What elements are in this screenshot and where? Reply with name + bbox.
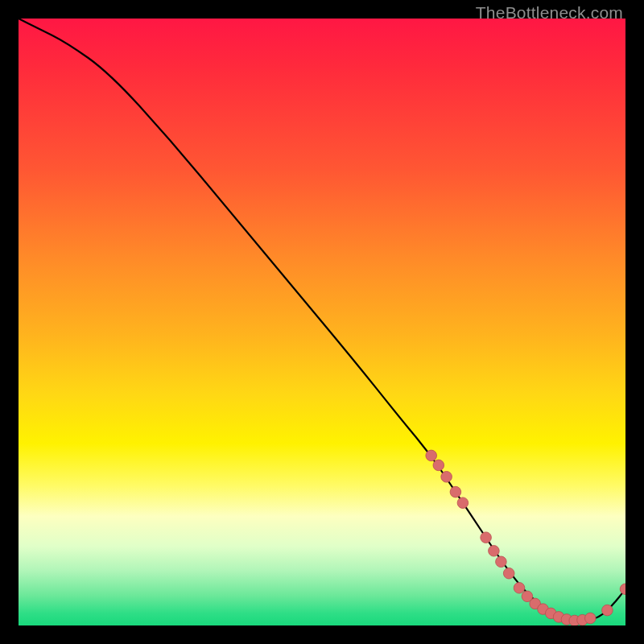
- data-point-upturn: [602, 605, 613, 616]
- gradient-plot-area: [19, 19, 625, 625]
- data-point-bottom-run: [585, 613, 597, 624]
- data-point-cluster-b: [503, 568, 514, 579]
- data-point-cluster-b: [496, 556, 507, 568]
- data-point-cluster-a: [457, 497, 469, 509]
- data-point-cluster-a: [426, 450, 437, 461]
- data-point-bottom-run: [514, 583, 525, 594]
- watermark-text: TheBottleneck.com: [476, 3, 623, 23]
- curve-layer: [19, 19, 625, 625]
- data-point-cluster-b: [481, 532, 492, 543]
- data-point-cluster-a: [441, 472, 452, 483]
- bottleneck-curve: [19, 19, 625, 621]
- data-markers: [426, 450, 625, 625]
- data-point-cluster-a: [450, 486, 461, 497]
- data-point-cluster-b: [489, 546, 500, 557]
- data-point-cluster-a: [433, 460, 444, 471]
- chart-frame: { "watermark": "TheBottleneck.com", "col…: [0, 0, 644, 644]
- data-point-upturn: [620, 584, 625, 595]
